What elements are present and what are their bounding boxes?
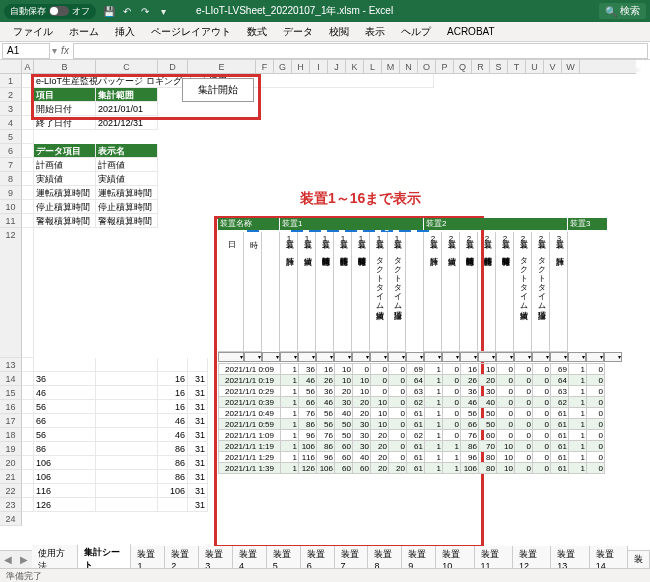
data-cell[interactable]: 0 [443,419,461,430]
data-cell[interactable]: 0 [443,386,461,397]
data-cell[interactable]: 61 [407,452,425,463]
col-header-D[interactable]: D [158,60,188,73]
cell[interactable] [22,456,34,470]
data-cell[interactable]: 1 [569,408,587,419]
cell[interactable] [96,414,158,428]
data-cell[interactable]: 0 [533,408,551,419]
data-cell[interactable]: 0 [497,419,515,430]
data-cell[interactable]: 0 [533,364,551,375]
row-header[interactable]: 17 [0,414,22,428]
data-cell[interactable]: 0 [389,386,407,397]
filter-dropdown[interactable]: ▾ [280,352,298,362]
col-header-G[interactable]: G [274,60,292,73]
filter-dropdown[interactable]: ▾ [460,352,478,362]
row-header[interactable]: 10 [0,200,22,214]
data-cell[interactable]: 0 [533,386,551,397]
data-cell[interactable]: 64 [551,375,569,386]
filter-dropdown[interactable]: ▾ [424,352,442,362]
data-cell[interactable]: 0 [389,419,407,430]
data-cell[interactable]: 10 [335,375,353,386]
cell[interactable] [188,358,208,372]
filter-dropdown[interactable]: ▾ [514,352,532,362]
data-cell[interactable]: 2021/1/1 1:39 [219,463,281,474]
data-cell[interactable]: 2021/1/1 0:39 [219,397,281,408]
data-cell[interactable]: 106 [299,441,317,452]
cell[interactable] [96,372,158,386]
data-cell[interactable]: 106 [317,463,335,474]
cell[interactable] [22,428,34,442]
data-cell[interactable]: 0 [389,452,407,463]
qat-more-icon[interactable]: ▾ [156,4,170,18]
col-header-T[interactable]: T [508,60,526,73]
col-header-P[interactable]: P [436,60,454,73]
data-cell[interactable]: 76 [317,430,335,441]
data-cell[interactable]: 64 [407,375,425,386]
data-cell[interactable]: 0 [515,408,533,419]
filter-dropdown[interactable]: ▾ [298,352,316,362]
data-cell[interactable]: 20 [389,463,407,474]
row-header[interactable]: 15 [0,386,22,400]
col-header-R[interactable]: R [472,60,490,73]
cell[interactable]: 表示名 [96,144,158,158]
data-cell[interactable]: 10 [371,419,389,430]
data-cell[interactable]: 1 [425,364,443,375]
data-cell[interactable]: 56 [317,408,335,419]
ribbon-tab-校閲[interactable]: 校閲 [322,23,356,41]
data-cell[interactable]: 0 [443,375,461,386]
cell[interactable]: 86 [158,442,188,456]
cell[interactable] [22,144,34,158]
data-cell[interactable]: 0 [587,408,605,419]
data-cell[interactable]: 62 [551,397,569,408]
cell[interactable] [22,88,34,102]
cell[interactable] [22,116,34,130]
cell[interactable]: 31 [188,442,208,456]
row-header[interactable]: 9 [0,186,22,200]
tab-nav-next[interactable]: ▶ [16,554,32,565]
data-cell[interactable]: 0 [515,419,533,430]
row-header[interactable]: 1 [0,74,22,88]
cell[interactable] [22,102,34,116]
cell[interactable]: 16 [158,400,188,414]
ribbon-tab-ACROBAT[interactable]: ACROBAT [440,24,502,39]
filter-dropdown[interactable]: ▾ [316,352,334,362]
data-cell[interactable]: 0 [371,386,389,397]
column-header-vertical[interactable]: 装置1～停止積算時間 [334,232,352,352]
data-cell[interactable]: 26 [461,375,479,386]
cell[interactable]: 31 [188,414,208,428]
row-header[interactable]: 20 [0,456,22,470]
cell[interactable]: 56 [34,428,96,442]
row-header[interactable]: 18 [0,428,22,442]
data-cell[interactable]: 86 [461,441,479,452]
data-cell[interactable]: 1 [569,375,587,386]
cell[interactable]: 66 [34,414,96,428]
cell[interactable]: 計画値 [96,158,158,172]
data-cell[interactable]: 70 [479,441,497,452]
data-cell[interactable]: 0 [497,408,515,419]
data-cell[interactable]: 0 [389,430,407,441]
data-cell[interactable]: 61 [407,419,425,430]
name-box[interactable] [2,43,50,59]
cell[interactable] [22,498,34,512]
data-cell[interactable]: 69 [407,364,425,375]
cell[interactable]: 86 [158,470,188,484]
data-cell[interactable]: 26 [317,375,335,386]
data-cell[interactable]: 30 [353,441,371,452]
data-cell[interactable]: 0 [587,441,605,452]
row-header[interactable]: 8 [0,172,22,186]
cell[interactable] [22,74,34,88]
data-cell[interactable]: 10 [335,364,353,375]
data-cell[interactable]: 1 [569,397,587,408]
data-cell[interactable]: 69 [551,364,569,375]
column-header-vertical[interactable]: 装置1～警報積算時間 [352,232,370,352]
col-header-A[interactable]: A [22,60,34,73]
cell[interactable] [22,200,34,214]
filter-dropdown[interactable]: ▾ [352,352,370,362]
column-header-vertical[interactable]: 装置2～タクトタイム実績値 [514,232,532,352]
cell[interactable]: 126 [34,498,96,512]
data-cell[interactable]: 0 [497,397,515,408]
data-cell[interactable]: 1 [425,463,443,474]
data-cell[interactable]: 60 [335,441,353,452]
data-cell[interactable]: 56 [461,408,479,419]
cell[interactable] [96,428,158,442]
filter-dropdown[interactable]: ▾ [604,352,622,362]
